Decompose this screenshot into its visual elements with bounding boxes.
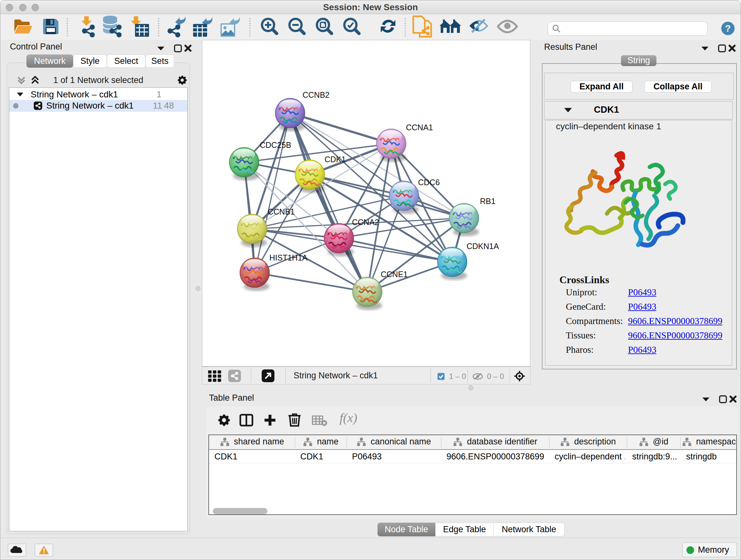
svg-text:CDK1: CDK1 — [325, 155, 346, 164]
svg-text:CCNB1: CCNB1 — [268, 207, 295, 216]
svg-text:HIST1H1A: HIST1H1A — [269, 253, 308, 262]
svg-text:CCNB2: CCNB2 — [302, 90, 330, 99]
svg-text:CDKN1A: CDKN1A — [467, 242, 499, 251]
svg-text:CDC6: CDC6 — [418, 178, 440, 187]
svg-text:RB1: RB1 — [480, 197, 495, 206]
svg-text:CDC25B: CDC25B — [260, 140, 291, 149]
svg-text:CCNE1: CCNE1 — [381, 270, 408, 279]
svg-text:CCNA1: CCNA1 — [406, 123, 433, 132]
svg-text:CCNA2: CCNA2 — [352, 218, 379, 227]
